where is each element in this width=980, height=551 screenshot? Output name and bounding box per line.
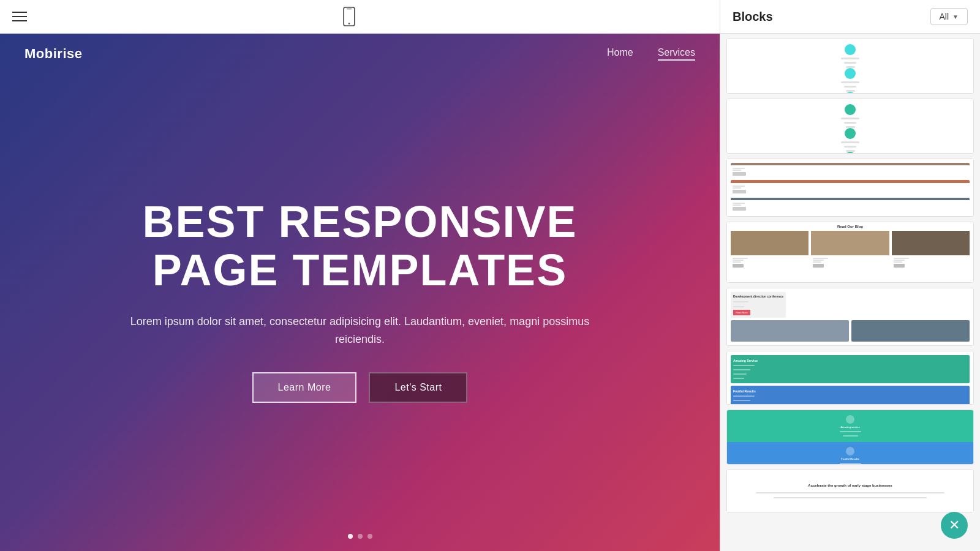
hero-nav: Mobirise Home Services bbox=[0, 34, 720, 74]
close-button[interactable]: ✕ bbox=[941, 512, 968, 539]
nav-link-home[interactable]: Home bbox=[607, 47, 633, 61]
block-thumb-8[interactable]: Accelerate the growth of early stage bus… bbox=[726, 470, 974, 512]
thumb-icon-teal bbox=[846, 415, 854, 424]
thumb-icon-4 bbox=[845, 104, 856, 115]
svg-point-1 bbox=[348, 23, 350, 24]
panel-header: Blocks All ▼ bbox=[720, 0, 980, 34]
block-thumb-4[interactable]: Read Our Blog bbox=[726, 222, 974, 283]
top-bar bbox=[0, 0, 720, 34]
thumb-icon-blue bbox=[846, 447, 854, 455]
thumb-icon-2 bbox=[845, 68, 856, 79]
lets-start-button[interactable]: Let's Start bbox=[369, 372, 467, 403]
dot-3[interactable] bbox=[368, 534, 372, 539]
blocks-scroll[interactable]: Read Our Blog bbox=[720, 34, 980, 551]
block-thumb-2[interactable] bbox=[726, 99, 974, 154]
block-thumb-7[interactable]: Amazing service Fruitful Results Smart S… bbox=[726, 410, 974, 465]
hero-section: Mobirise Home Services BEST RESPONSIVE P… bbox=[0, 34, 720, 551]
right-panel: Blocks All ▼ bbox=[720, 0, 980, 551]
block-thumb-5[interactable]: Development direction conference Read Mo… bbox=[726, 288, 974, 346]
main-area: Mobirise Home Services BEST RESPONSIVE P… bbox=[0, 0, 720, 551]
hamburger-icon[interactable] bbox=[12, 12, 27, 21]
dot-2[interactable] bbox=[358, 534, 363, 539]
thumb-icon-3 bbox=[845, 92, 856, 93]
hero-nav-links: Home Services bbox=[607, 47, 695, 61]
learn-more-button[interactable]: Learn More bbox=[252, 372, 357, 403]
nav-link-services[interactable]: Services bbox=[658, 47, 695, 61]
thumb-icon-1 bbox=[845, 44, 856, 55]
hero-content: BEST RESPONSIVE PAGE TEMPLATES Lorem ips… bbox=[0, 74, 720, 551]
dot-1[interactable] bbox=[348, 534, 353, 539]
thumb-icon-6 bbox=[845, 152, 856, 153]
hero-subtitle: Lorem ipsum dolor sit amet, consectetur … bbox=[109, 313, 611, 348]
hero-logo: Mobirise bbox=[24, 46, 82, 62]
panel-title: Blocks bbox=[733, 10, 773, 24]
block-thumb-1[interactable] bbox=[726, 39, 974, 94]
chevron-down-icon: ▼ bbox=[952, 13, 959, 20]
block-thumb-3[interactable] bbox=[726, 159, 974, 217]
thumb-icon-5 bbox=[845, 128, 856, 139]
block-thumb-6[interactable]: Amazing Service Fruitful Results Smart S… bbox=[726, 351, 974, 405]
hero-title: BEST RESPONSIVE PAGE TEMPLATES bbox=[142, 198, 577, 294]
close-icon: ✕ bbox=[949, 517, 960, 533]
phone-preview-icon[interactable] bbox=[342, 7, 356, 26]
hero-buttons: Learn More Let's Start bbox=[252, 372, 468, 403]
hero-dots bbox=[348, 534, 372, 539]
all-filter-button[interactable]: All ▼ bbox=[930, 8, 968, 25]
